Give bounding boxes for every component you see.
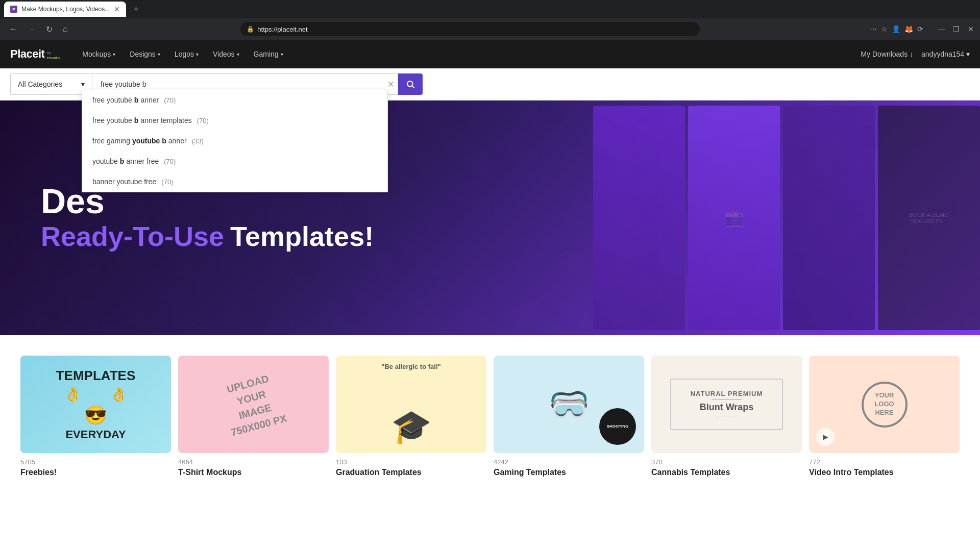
autocomplete-item[interactable]: free youtube banner(70) xyxy=(82,90,387,110)
new-tab-button[interactable]: + xyxy=(130,4,142,15)
nav-item-designs[interactable]: Designs ▾ xyxy=(124,47,166,61)
card-image-freebies: TEMPLATES 👌 👌 😎 EVERYDAY xyxy=(20,356,171,453)
autocomplete-item[interactable]: banner youtube free(70) xyxy=(82,171,387,192)
chevron-down-icon: ▾ xyxy=(196,52,199,57)
card-image-tshirt: UPLOADYOURIMAGE750X000 PX xyxy=(178,356,329,453)
grad-figure-icon: 🎓 xyxy=(391,408,432,446)
browser-tab[interactable]: P Make Mockups, Logos, Videos... ✕ xyxy=(4,2,126,17)
autocomplete-item[interactable]: youtube banner free(70) xyxy=(82,151,387,171)
refresh-button[interactable]: ↻ xyxy=(43,22,56,36)
logo-subtitle: by envato xyxy=(46,51,60,60)
profile-icon[interactable]: 👤 xyxy=(892,25,900,33)
cannabis-title: NATURAL PREMIUM xyxy=(691,390,763,397)
product-card-gaming[interactable]: 🥽 SHOOTING 4242 Gaming Templates xyxy=(494,356,644,453)
main-nav: Mockups ▾ Designs ▾ Logos ▾ Videos ▾ Gam… xyxy=(76,47,289,61)
tab-favicon: P xyxy=(10,6,17,13)
card-image-gaming: 🥽 SHOOTING xyxy=(494,356,644,453)
chevron-down-icon: ▾ xyxy=(81,80,85,88)
browser-chrome: P Make Mockups, Logos, Videos... ✕ + xyxy=(0,0,980,18)
autocomplete-dropdown: free youtube banner(70) free youtube ban… xyxy=(82,90,388,192)
tab-title: Make Mockups, Logos, Videos... xyxy=(21,6,110,13)
vr-person-icon: 🥽 xyxy=(549,385,590,423)
ok-left-icon: 👌 xyxy=(64,386,82,403)
product-card-graduation[interactable]: "Be allergic to fail" 🎓 103 Graduation T… xyxy=(336,356,486,453)
grad-quote: "Be allergic to fail" xyxy=(381,363,440,370)
address-bar-row: ← → ↻ ⌂ 🔒 https://placeit.net ⋯ ☆ 👤 🦊 ⟳ … xyxy=(0,18,980,40)
logo-envato: envato xyxy=(46,56,60,61)
cannabis-product-name: Blunt Wraps xyxy=(700,402,754,413)
ok-right-icon: 👌 xyxy=(110,386,128,403)
chevron-down-icon: ▾ xyxy=(158,52,160,57)
sync-icon[interactable]: ⟳ xyxy=(917,25,923,33)
card-count: 4664 xyxy=(178,458,329,466)
window-controls: — ❐ ✕ xyxy=(938,25,974,33)
category-select[interactable]: All Categories ▾ xyxy=(10,73,92,95)
nav-item-gaming[interactable]: Gaming ▾ xyxy=(248,47,289,61)
chevron-down-icon: ▾ xyxy=(113,52,115,57)
hero-image-1 xyxy=(593,106,685,330)
chevron-down-icon: ▾ xyxy=(281,52,283,57)
bookmark-icon[interactable]: ☆ xyxy=(881,25,888,33)
clear-search-button[interactable]: ✕ xyxy=(387,80,394,89)
product-card-tshirt[interactable]: UPLOADYOURIMAGE750X000 PX 4664 T-Shirt M… xyxy=(178,356,329,453)
logo-circle: YOURLOGOHERE xyxy=(862,382,908,428)
search-button[interactable] xyxy=(398,73,423,95)
forward-button[interactable]: → xyxy=(24,22,39,36)
addon-icon[interactable]: 🦊 xyxy=(904,25,913,33)
card-image-cannabis: NATURAL PREMIUM Blunt Wraps · · · · · · … xyxy=(651,356,802,453)
address-bar[interactable]: 🔒 https://placeit.net xyxy=(240,22,700,36)
hero-image-2: 📸 xyxy=(688,106,780,330)
chevron-down-icon: ▾ xyxy=(237,52,239,57)
logo-by: by xyxy=(46,51,60,56)
card-image-video: YOURLOGOHERE ▶ xyxy=(809,356,960,453)
site-header: Placeit by envato Mockups ▾ Designs ▾ Lo… xyxy=(0,40,980,68)
card-title: Cannabis Templates xyxy=(651,468,802,477)
header-right: My Downloads ↓ andyydna154 ▾ xyxy=(861,50,970,58)
card-count: 5705 xyxy=(20,458,171,466)
hero-image-4: BOOK A DEMO750x1000 PX xyxy=(878,106,980,330)
site-logo[interactable]: Placeit by envato xyxy=(10,47,60,61)
user-menu-button[interactable]: andyydna154 ▾ xyxy=(921,50,970,58)
hero-title-white: Templates! xyxy=(230,220,374,252)
card-title: Freebies! xyxy=(20,468,171,477)
product-card-cannabis[interactable]: NATURAL PREMIUM Blunt Wraps · · · · · · … xyxy=(651,356,802,453)
product-card-video[interactable]: YOURLOGOHERE ▶ 772 Video Intro Templates xyxy=(809,356,960,453)
card-count: 772 xyxy=(809,458,960,466)
browser-actions: ⋯ ☆ 👤 🦊 ⟳ xyxy=(870,25,923,33)
back-button[interactable]: ← xyxy=(6,22,20,36)
card-count: 4242 xyxy=(494,458,644,466)
hero-image-3 xyxy=(783,106,875,330)
card-image-graduation: "Be allergic to fail" 🎓 xyxy=(336,356,486,453)
freebies-content: TEMPLATES 👌 👌 😎 EVERYDAY xyxy=(56,368,136,441)
svg-point-0 xyxy=(407,81,413,87)
logo-circle-text: YOURLOGOHERE xyxy=(874,391,894,417)
nav-item-logos[interactable]: Logos ▾ xyxy=(168,47,205,61)
svg-line-1 xyxy=(412,86,414,88)
product-card-freebies[interactable]: TEMPLATES 👌 👌 😎 EVERYDAY 5705 Freebies! xyxy=(20,356,171,453)
hero-images: 📸 BOOK A DEMO750x1000 PX xyxy=(593,101,980,335)
hero-title-purple: Ready-To-Use xyxy=(41,220,224,252)
card-title: T-Shirt Mockups xyxy=(178,468,329,477)
downloads-button[interactable]: My Downloads ↓ xyxy=(861,50,913,58)
autocomplete-item[interactable]: free youtube banner templates(70) xyxy=(82,110,387,131)
card-title: Graduation Templates xyxy=(336,468,486,477)
card-count: 370 xyxy=(651,458,802,466)
nav-item-videos[interactable]: Videos ▾ xyxy=(207,47,246,61)
upload-text: UPLOADYOURIMAGE750X000 PX xyxy=(218,369,288,439)
url-text: https://placeit.net xyxy=(257,26,307,33)
emoji-sunglasses: 😎 xyxy=(84,405,107,426)
product-grid: TEMPLATES 👌 👌 😎 EVERYDAY 5705 Freebies! … xyxy=(0,335,980,473)
extensions-icon[interactable]: ⋯ xyxy=(870,25,877,33)
minimize-button[interactable]: — xyxy=(938,25,945,33)
cannabis-dot-line: · · · · · · · xyxy=(717,413,737,419)
restore-button[interactable]: ❐ xyxy=(953,25,960,33)
divider xyxy=(712,399,742,400)
tab-close-button[interactable]: ✕ xyxy=(114,5,120,13)
close-window-button[interactable]: ✕ xyxy=(968,25,974,33)
nav-item-mockups[interactable]: Mockups ▾ xyxy=(76,47,121,61)
home-button[interactable]: ⌂ xyxy=(60,22,71,36)
autocomplete-item[interactable]: free gaming youtube banner(33) xyxy=(82,131,387,151)
hero-title-line2: Ready-To-Use Templates! xyxy=(41,220,374,252)
search-icon xyxy=(406,80,415,89)
card-title: Gaming Templates xyxy=(494,468,644,477)
